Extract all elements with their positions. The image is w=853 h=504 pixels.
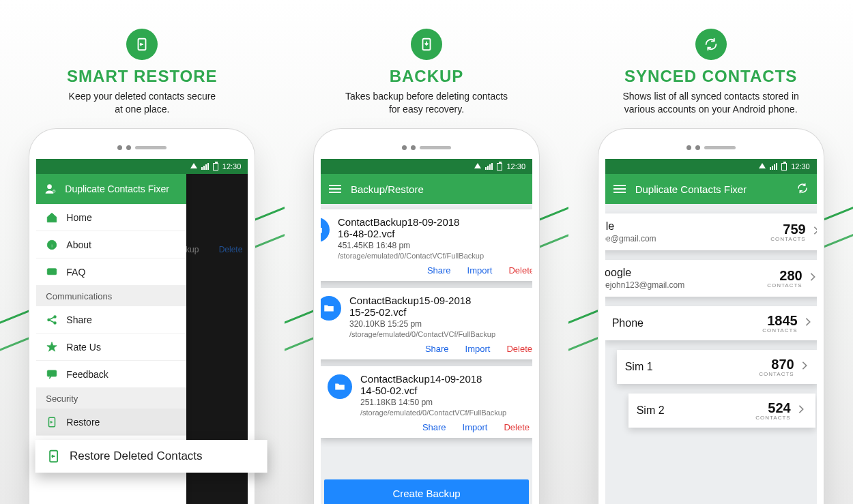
nav-share[interactable]: Share: [36, 306, 186, 333]
backup-card[interactable]: ContactBackup14-09-201814-50-02.vcf 251.…: [321, 366, 532, 438]
chevron-right-icon: [805, 317, 814, 329]
appbar-title: Backup/Restore: [351, 183, 524, 195]
svg-point-7: [54, 316, 56, 318]
nav-section-communications: Communications: [36, 286, 186, 306]
phone-speaker: [321, 136, 532, 159]
restore-icon: [46, 449, 61, 464]
svg-point-2: [53, 190, 55, 192]
account-email: john.doe@gmail.com: [605, 234, 771, 243]
folder-icon: [321, 296, 341, 321]
nav-section-security: Security: [36, 388, 186, 409]
create-backup-button[interactable]: Create Backup: [324, 479, 529, 504]
account-count: 280: [767, 268, 802, 284]
phone-mock: 12:30 Duplicate Contacts Fixer Googlejoh…: [598, 129, 824, 504]
panel-title: SYNCED CONTACTS: [624, 67, 797, 86]
nav-about[interactable]: iAbout: [36, 231, 186, 258]
contacts-label: CONTACTS: [770, 236, 805, 242]
account-count: 524: [755, 400, 790, 416]
account-email: doejohn123@gmail.com: [605, 280, 768, 290]
account-card[interactable]: Googledoejohn123@gmail.com 280CONTACTS: [605, 260, 817, 297]
chevron-right-icon: [809, 272, 817, 284]
status-bar: 12:30: [36, 159, 248, 174]
refresh-icon[interactable]: [796, 182, 809, 196]
info-icon: i: [46, 239, 58, 251]
folder-icon: [328, 374, 352, 399]
panel-smart-restore: SMART RESTORE Keep your deleted contacts…: [0, 0, 285, 504]
contacts-label: CONTACTS: [762, 327, 797, 333]
chevron-right-icon: [801, 361, 811, 373]
delete-action[interactable]: Delete: [508, 265, 532, 276]
svg-rect-5: [48, 268, 57, 274]
chevron-right-icon: [798, 404, 807, 417]
share-action[interactable]: Share: [427, 265, 451, 276]
phone-speaker: [36, 136, 248, 159]
import-action[interactable]: Import: [467, 265, 493, 276]
nav-restore[interactable]: Restore: [36, 409, 186, 436]
status-time: 12:30: [222, 162, 242, 171]
delete-action[interactable]: Delete: [504, 422, 530, 432]
backup-size: 451.45KB 16:48 pm: [338, 241, 484, 250]
account-name: Google: [605, 220, 771, 233]
contacts-label: CONTACTS: [759, 371, 794, 377]
account-count: 1845: [762, 313, 797, 329]
share-action[interactable]: Share: [425, 344, 449, 354]
sync-icon: [695, 29, 727, 60]
backup-size: 251.18KB 14:50 pm: [360, 398, 506, 407]
backup-card[interactable]: ContactBackup15-09-201815-25-02.vcf 320.…: [321, 288, 532, 359]
contacts-label: CONTACTS: [767, 282, 802, 288]
status-bar: 12:30: [321, 159, 532, 174]
phone-speaker: [605, 136, 817, 159]
drawer-header: Duplicate Contacts Fixer: [36, 174, 186, 204]
share-action[interactable]: Share: [422, 422, 446, 432]
home-icon: [46, 211, 58, 224]
app-bar: Duplicate Contacts Fixer: [605, 174, 817, 204]
import-action[interactable]: Import: [463, 422, 488, 432]
svg-point-6: [48, 318, 50, 321]
account-name: Sim 1: [625, 361, 760, 373]
star-icon: [46, 341, 58, 353]
account-card[interactable]: Phone 1845CONTACTS: [605, 306, 817, 340]
nav-rate[interactable]: Rate Us: [36, 333, 186, 361]
status-time: 12:30: [506, 162, 525, 171]
account-card[interactable]: Sim 1 870CONTACTS: [617, 350, 817, 384]
backup-top-icon: [411, 29, 442, 60]
panel-title: BACKUP: [390, 67, 464, 86]
menu-icon[interactable]: [613, 185, 626, 193]
nav-home[interactable]: Home: [36, 204, 186, 231]
panel-backup: BACKUP Takes backup before deleting cont…: [285, 0, 569, 504]
account-name: Sim 2: [637, 404, 756, 417]
restore-small-icon: [46, 416, 58, 428]
chevron-right-icon: [813, 226, 817, 238]
app-bar: Backup/Restore: [321, 174, 532, 204]
feedback-icon: [46, 368, 58, 381]
nav-faq[interactable]: FAQ: [36, 258, 186, 286]
nav-feedback[interactable]: Feedback: [36, 361, 186, 388]
account-card[interactable]: Googlejohn.doe@gmail.com 759CONTACTS: [605, 213, 817, 250]
svg-point-1: [47, 184, 52, 189]
phone-mock: 12:30 Backup/Restore ContactBackup18-09-…: [314, 129, 539, 504]
folder-icon: [321, 218, 330, 242]
contacts-label: CONTACTS: [755, 415, 790, 421]
delete-action[interactable]: Delete: [506, 344, 532, 354]
panel-subtitle: Shows list of all synced contacts stored…: [623, 90, 799, 116]
panel-subtitle: Keep your deleted contacts secureat one …: [69, 90, 216, 116]
menu-icon[interactable]: [329, 185, 341, 193]
import-action[interactable]: Import: [465, 344, 491, 354]
backup-path: /storage/emulated/0/ContactVCf/FullBacku…: [360, 409, 506, 417]
share-icon: [46, 314, 58, 326]
faq-icon: [46, 266, 58, 278]
backup-size: 320.10KB 15:25 pm: [349, 319, 495, 329]
panel-synced-contacts: SYNCED CONTACTS Shows list of all synced…: [568, 0, 853, 504]
account-card[interactable]: Sim 2 524CONTACTS: [628, 394, 815, 428]
svg-point-8: [54, 322, 56, 324]
account-name: Phone: [612, 317, 763, 329]
backup-filename: ContactBackup15-09-201815-25-02.vcf: [349, 295, 495, 318]
account-name: Google: [605, 267, 768, 279]
svg-rect-9: [48, 370, 57, 376]
status-bar: 12:30: [605, 159, 817, 174]
account-count: 759: [770, 222, 805, 237]
backup-card[interactable]: ContactBackup18-09-201816-48-02.vcf 451.…: [321, 209, 532, 281]
restore-icon: [126, 29, 158, 60]
backup-path: /storage/emulated/0/ContactVCf/FullBacku…: [338, 252, 484, 260]
restore-callout[interactable]: Restore Deleted Contacts: [35, 440, 268, 473]
